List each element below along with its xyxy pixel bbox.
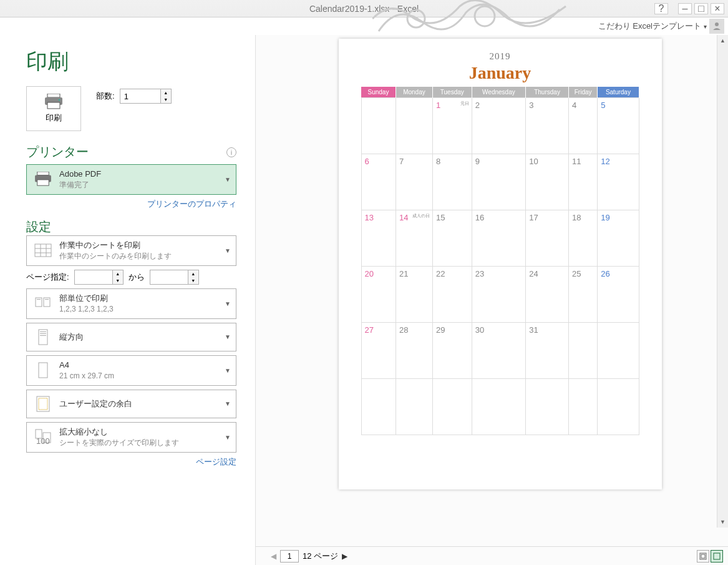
calendar-cell: 24	[526, 267, 569, 323]
calendar-cell: 4	[568, 98, 597, 154]
svg-rect-3	[47, 94, 60, 97]
scaling-dropdown[interactable]: 100 拡大縮小なし シートを実際のサイズで印刷します ▼	[26, 422, 236, 453]
print-settings-panel: 印刷 印刷 部数: ▲▼ プリンター i	[0, 35, 256, 565]
page-to-input[interactable]	[150, 270, 188, 284]
calendar-cell: 11	[568, 154, 597, 210]
calendar-cell	[396, 379, 432, 435]
spinner-up-icon[interactable]: ▲	[161, 89, 171, 96]
day-header: Thursday	[526, 87, 569, 98]
show-margins-button[interactable]	[697, 550, 709, 563]
svg-point-6	[59, 99, 61, 101]
calendar-cell: 28	[396, 323, 432, 379]
svg-rect-18	[45, 299, 49, 300]
paper-desc: 21 cm x 29.7 cm	[59, 371, 218, 381]
svg-rect-5	[47, 102, 60, 109]
calendar-cell	[361, 379, 396, 435]
margins-icon	[33, 394, 53, 414]
page-range-row: ページ指定: ▲▼ から ▲▼	[26, 270, 236, 285]
spinner-down-icon[interactable]: ▼	[188, 277, 198, 284]
svg-rect-17	[37, 299, 41, 300]
svg-rect-10	[35, 244, 51, 257]
printer-device-icon	[33, 169, 53, 189]
scroll-down-icon[interactable]: ▼	[717, 516, 728, 528]
margins-dropdown[interactable]: ユーザー設定の余白 ▼	[26, 390, 236, 418]
current-page-input[interactable]	[280, 550, 299, 563]
calendar-cell: 29	[432, 323, 472, 379]
calendar-cell: 6	[361, 154, 396, 210]
copies-input[interactable]	[120, 89, 160, 103]
titlebar: Calendar2019-1.xlsx - Excel ? – □ ×	[0, 0, 728, 17]
calendar-cell: 21	[396, 267, 432, 323]
close-icon[interactable]: ×	[711, 3, 724, 14]
spinner-up-icon[interactable]: ▲	[113, 270, 123, 277]
holiday-name: 元日	[460, 101, 469, 107]
prev-page-icon[interactable]: ◀	[271, 552, 276, 561]
minimize-icon[interactable]: –	[678, 3, 692, 14]
info-icon[interactable]: i	[226, 147, 236, 157]
chevron-down-icon: ▼	[225, 400, 231, 407]
svg-text:100: 100	[36, 436, 50, 445]
calendar-cell: 15	[432, 210, 472, 267]
page-setup-link[interactable]: ページ設定	[196, 457, 236, 466]
help-icon[interactable]: ?	[654, 3, 668, 14]
spinner-down-icon[interactable]: ▼	[113, 277, 123, 284]
zoom-page-button[interactable]	[711, 550, 723, 563]
svg-rect-30	[701, 554, 705, 558]
collate-dropdown[interactable]: 部単位で印刷 1,2,3 1,2,3 1,2,3 ▼	[26, 288, 236, 319]
print-button-label: 印刷	[46, 112, 62, 124]
page-to-spinner[interactable]: ▲▼	[150, 270, 199, 285]
calendar-cell	[472, 379, 525, 435]
scale-icon: 100	[33, 427, 53, 447]
day-header: Saturday	[598, 87, 639, 98]
calendar-cell	[568, 323, 597, 379]
window-title: Calendar2019-1.xlsx - Excel	[309, 4, 419, 14]
print-what-desc: 作業中のシートのみを印刷します	[59, 251, 218, 262]
calendar-cell: 9	[472, 154, 525, 210]
spinner-up-icon[interactable]: ▲	[188, 270, 198, 277]
account-chevron-icon[interactable]: ▾	[704, 23, 707, 30]
calendar-cell: 27	[361, 323, 396, 379]
printer-name: Adobe PDF	[59, 169, 218, 180]
svg-rect-20	[40, 332, 46, 332]
printer-dropdown[interactable]: Adobe PDF 準備完了 ▼	[26, 164, 236, 195]
orientation-label: 縦方向	[59, 332, 218, 343]
calendar-cell: 19	[598, 210, 639, 267]
calendar-cell: 1元日	[432, 98, 472, 154]
printer-status: 準備完了	[59, 180, 218, 190]
print-what-dropdown[interactable]: 作業中のシートを印刷 作業中のシートのみを印刷します ▼	[26, 235, 236, 266]
calendar-cell	[598, 323, 639, 379]
calendar-cell: 16	[472, 210, 525, 267]
preview-pager: ◀ 12 ページ ▶	[256, 546, 728, 565]
day-header: Sunday	[361, 87, 396, 98]
spinner-down-icon[interactable]: ▼	[161, 96, 171, 103]
calendar-cell: 25	[568, 267, 597, 323]
page-from-spinner[interactable]: ▲▼	[74, 270, 124, 285]
account-name[interactable]: こだわり Excelテンプレート	[598, 21, 701, 32]
chevron-down-icon: ▼	[225, 367, 231, 374]
svg-rect-22	[40, 335, 46, 336]
calendar-month: January	[361, 63, 639, 83]
svg-rect-31	[714, 553, 720, 559]
calendar-cell: 31	[526, 323, 569, 379]
scroll-up-icon[interactable]: ▲	[717, 35, 728, 46]
svg-rect-23	[39, 363, 47, 378]
day-header: Monday	[396, 87, 432, 98]
printer-properties-link[interactable]: プリンターのプロパティ	[147, 199, 236, 209]
maximize-icon[interactable]: □	[694, 3, 708, 14]
print-button[interactable]: 印刷	[26, 86, 81, 131]
copies-spinner[interactable]: ▲▼	[120, 89, 172, 104]
next-page-icon[interactable]: ▶	[342, 552, 347, 561]
day-header: Tuesday	[432, 87, 472, 98]
preview-page: 2019 January SundayMondayTuesdayWednesda…	[339, 39, 662, 489]
vertical-scrollbar[interactable]: ▲ ▼	[717, 35, 728, 528]
paper-dropdown[interactable]: A4 21 cm x 29.7 cm ▼	[26, 355, 236, 386]
printer-section-title: プリンター	[26, 144, 89, 160]
holiday-name: 成人の日	[412, 213, 430, 219]
calendar-cell: 20	[361, 267, 396, 323]
page-from-input[interactable]	[75, 270, 112, 284]
avatar[interactable]	[709, 19, 724, 34]
calendar-cell: 12	[598, 154, 639, 210]
orientation-dropdown[interactable]: 縦方向 ▼	[26, 323, 236, 351]
scaling-desc: シートを実際のサイズで印刷します	[59, 438, 218, 448]
calendar-cell: 10	[526, 154, 569, 210]
